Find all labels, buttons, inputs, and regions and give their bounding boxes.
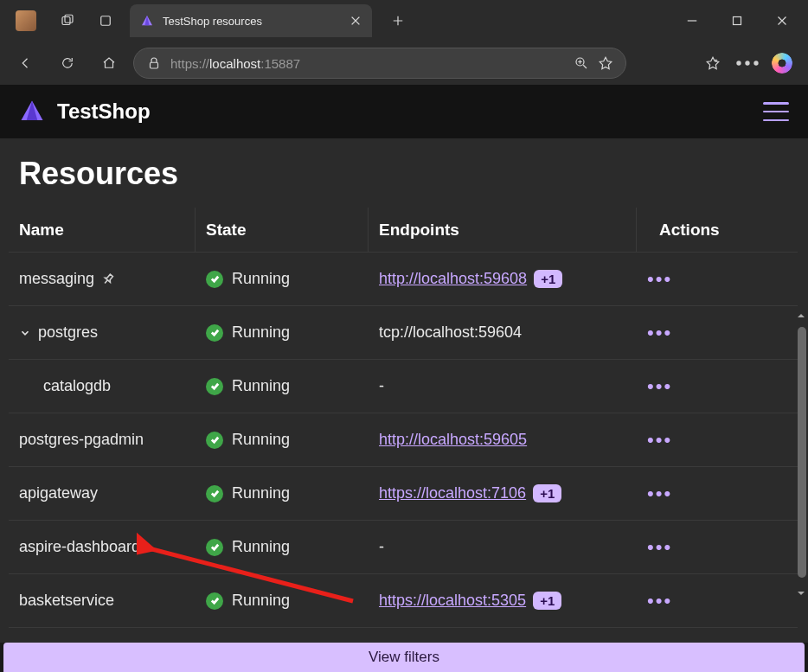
row-actions-button[interactable]: ••• bbox=[647, 270, 672, 289]
more-menu-button[interactable] bbox=[730, 46, 765, 80]
endpoint-count-badge[interactable]: +1 bbox=[534, 270, 562, 288]
back-button[interactable] bbox=[9, 46, 43, 80]
window-close-button[interactable] bbox=[760, 3, 805, 39]
endpoint-link[interactable]: https://localhost:5305 bbox=[379, 592, 526, 609]
workspaces-icon[interactable] bbox=[52, 3, 83, 38]
table-header: Name State Endpoints Actions bbox=[9, 208, 798, 253]
cell-state: Running bbox=[196, 311, 369, 354]
status-running-icon bbox=[206, 485, 223, 502]
column-header-name[interactable]: Name bbox=[9, 208, 196, 252]
row-actions-button[interactable]: ••• bbox=[647, 323, 672, 342]
cell-endpoints: tcp://localhost:59604 bbox=[369, 311, 637, 354]
scroll-up-icon[interactable] bbox=[796, 310, 806, 322]
copilot-icon bbox=[772, 53, 792, 74]
cell-endpoints: - bbox=[369, 526, 637, 568]
favorite-icon[interactable] bbox=[598, 55, 613, 71]
url-text: https://localhost:15887 bbox=[170, 56, 565, 71]
copilot-button[interactable] bbox=[765, 46, 799, 80]
browser-chrome: TestShop resources https://localhost:158… bbox=[0, 0, 808, 85]
pin-icon[interactable] bbox=[101, 272, 115, 286]
svg-rect-3 bbox=[734, 17, 741, 25]
row-actions-button[interactable]: ••• bbox=[647, 592, 672, 611]
table-row[interactable]: basketserviceRunninghttps://localhost:53… bbox=[9, 574, 798, 628]
profile-avatar[interactable] bbox=[16, 10, 36, 31]
resource-name: apigateway bbox=[19, 484, 98, 502]
view-filters-bar[interactable]: View filters bbox=[3, 643, 805, 672]
menu-button[interactable] bbox=[763, 102, 789, 121]
table-row[interactable]: messaging Runninghttp://localhost:59608+… bbox=[9, 253, 798, 306]
chevron-down-icon[interactable] bbox=[19, 327, 31, 339]
browser-toolbar: https://localhost:15887 bbox=[0, 42, 808, 85]
browser-tab[interactable]: TestShop resources bbox=[130, 4, 372, 37]
state-label: Running bbox=[232, 484, 290, 502]
cell-name: apigateway bbox=[9, 472, 196, 515]
endpoint-count-badge[interactable]: +1 bbox=[533, 484, 561, 502]
svg-point-7 bbox=[745, 61, 749, 65]
svg-rect-2 bbox=[101, 16, 111, 26]
cell-state: Running bbox=[196, 258, 369, 300]
refresh-button[interactable] bbox=[50, 46, 85, 80]
cell-endpoints: http://localhost:59605 bbox=[369, 419, 637, 461]
view-filters-label: View filters bbox=[369, 649, 439, 666]
resource-name: postgres-pgadmin bbox=[19, 431, 144, 449]
cell-endpoints: https://localhost:7106+1 bbox=[369, 472, 637, 515]
window-maximize-button[interactable] bbox=[715, 3, 760, 39]
cell-actions: ••• bbox=[637, 419, 798, 462]
url-bar[interactable]: https://localhost:15887 bbox=[133, 48, 626, 79]
resource-name: aspire-dashboard bbox=[19, 538, 140, 556]
endpoint-link[interactable]: https://localhost:7106 bbox=[379, 484, 526, 502]
table-row[interactable]: postgresRunningtcp://localhost:59604••• bbox=[9, 306, 798, 360]
table-row[interactable]: apigatewayRunninghttps://localhost:7106+… bbox=[9, 467, 798, 521]
state-label: Running bbox=[232, 431, 290, 449]
endpoint-count-badge[interactable]: +1 bbox=[533, 592, 561, 610]
column-header-endpoints[interactable]: Endpoints bbox=[369, 208, 637, 252]
state-label: Running bbox=[232, 538, 290, 556]
state-label: Running bbox=[232, 377, 290, 395]
new-tab-button[interactable] bbox=[379, 3, 417, 38]
endpoint-text: tcp://localhost:59604 bbox=[379, 323, 522, 341]
table-row[interactable]: catalogdbRunning-••• bbox=[9, 360, 798, 413]
cell-actions: ••• bbox=[637, 526, 798, 569]
resource-name: messaging bbox=[19, 270, 94, 288]
favorites-button[interactable] bbox=[696, 46, 730, 80]
endpoint-text: - bbox=[379, 538, 384, 555]
tab-title: TestShop resources bbox=[163, 15, 341, 28]
svg-point-8 bbox=[753, 61, 758, 65]
row-actions-button[interactable]: ••• bbox=[647, 484, 672, 503]
tab-favicon-icon bbox=[140, 14, 154, 28]
endpoint-link[interactable]: http://localhost:59605 bbox=[379, 431, 527, 448]
column-header-actions[interactable]: Actions bbox=[637, 208, 798, 252]
cell-state: Running bbox=[196, 526, 369, 568]
cell-endpoints: http://localhost:59608+1 bbox=[369, 258, 637, 301]
table-row[interactable]: aspire-dashboardRunning-••• bbox=[9, 521, 798, 574]
cell-endpoints: - bbox=[369, 365, 637, 407]
cell-state: Running bbox=[196, 365, 369, 407]
cell-endpoints: https://localhost:5305+1 bbox=[369, 579, 637, 623]
zoom-icon[interactable] bbox=[574, 55, 589, 71]
resource-name: postgres bbox=[38, 323, 98, 342]
scrollbar-thumb[interactable] bbox=[798, 327, 806, 578]
row-actions-button[interactable]: ••• bbox=[647, 431, 672, 450]
row-actions-button[interactable]: ••• bbox=[647, 538, 672, 557]
row-actions-button[interactable]: ••• bbox=[647, 377, 672, 396]
tab-close-icon[interactable] bbox=[349, 15, 362, 27]
column-header-state[interactable]: State bbox=[196, 208, 369, 252]
cell-actions: ••• bbox=[637, 258, 798, 301]
window-minimize-button[interactable] bbox=[670, 3, 715, 39]
scrollbar[interactable] bbox=[796, 310, 808, 599]
cell-actions: ••• bbox=[637, 311, 798, 355]
lock-icon bbox=[146, 55, 162, 71]
cell-state: Running bbox=[196, 419, 369, 461]
collections-icon[interactable] bbox=[90, 3, 121, 38]
resources-table: Name State Endpoints Actions messaging R… bbox=[9, 208, 798, 628]
endpoint-link[interactable]: http://localhost:59608 bbox=[379, 270, 527, 287]
home-button[interactable] bbox=[92, 46, 126, 80]
status-running-icon bbox=[206, 592, 223, 610]
svg-rect-0 bbox=[62, 17, 70, 25]
cell-name: aspire-dashboard bbox=[9, 526, 196, 568]
app-title: TestShop bbox=[57, 99, 151, 124]
table-row[interactable]: postgres-pgadminRunninghttp://localhost:… bbox=[9, 413, 798, 467]
scroll-down-icon[interactable] bbox=[796, 587, 806, 599]
svg-rect-4 bbox=[151, 62, 158, 68]
cell-state: Running bbox=[196, 472, 369, 515]
